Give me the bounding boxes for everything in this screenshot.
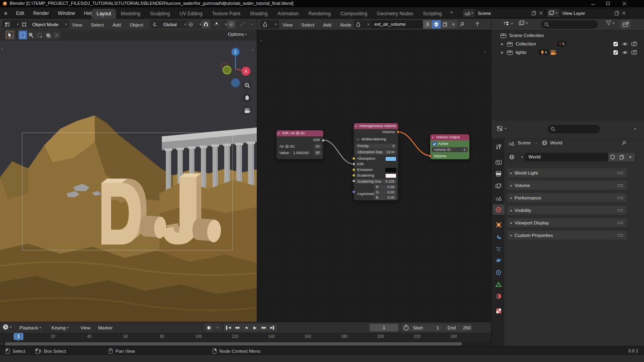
play-button[interactable]: ▶ bbox=[251, 324, 260, 331]
workspace-tab[interactable]: Layout bbox=[92, 9, 116, 19]
keying-menu[interactable]: Keying▾ bbox=[52, 324, 68, 331]
navigation-gizmo[interactable]: Z X bbox=[221, 45, 253, 81]
asymmetry-r-field[interactable]: R0.00 bbox=[374, 185, 396, 189]
world-copy-icon[interactable] bbox=[617, 153, 626, 161]
node-volume-header[interactable]: ▾Homogeneous Volume bbox=[354, 123, 398, 129]
menu-item[interactable]: e bbox=[0, 10, 12, 16]
breadcrumb-scene[interactable]: Scene bbox=[518, 140, 531, 145]
render-camera-icon[interactable] bbox=[631, 41, 637, 46]
checkbox-icon[interactable] bbox=[613, 50, 618, 55]
scene-collection-label[interactable]: Scene Collection bbox=[509, 33, 544, 38]
priority-field[interactable]: Priority 0 bbox=[355, 144, 396, 148]
end-value[interactable]: 250 bbox=[463, 325, 471, 330]
drag-grip-icon[interactable] bbox=[617, 184, 623, 187]
lights-label[interactable]: lights bbox=[516, 50, 526, 55]
scene-selector[interactable]: ▾ Scene × bbox=[462, 8, 545, 18]
fake-user-shield-icon[interactable] bbox=[432, 20, 441, 29]
node-homogeneous-volume[interactable]: ▾Homogeneous Volume Volume Multiscatteri… bbox=[354, 123, 398, 200]
select-extend-tool[interactable] bbox=[52, 31, 61, 39]
node-ior-header[interactable]: ▾IOR: Air @ 0C (1.000293) bbox=[277, 130, 323, 136]
editor-type-button[interactable]: ▾ bbox=[2, 20, 21, 29]
menu-item[interactable]: Render bbox=[29, 10, 53, 16]
tab-render[interactable] bbox=[493, 157, 504, 167]
world-fake-user-shield-icon[interactable] bbox=[608, 153, 617, 161]
tab-material[interactable] bbox=[493, 291, 504, 301]
workspace-tab[interactable]: Compositing bbox=[336, 9, 372, 19]
viewport-menu-item[interactable]: Add bbox=[108, 23, 125, 27]
gizmo-minus-z[interactable] bbox=[231, 78, 240, 87]
active-checkbox[interactable] bbox=[432, 142, 437, 146]
select-circle-tool[interactable] bbox=[35, 31, 44, 39]
world-unlink-icon[interactable]: × bbox=[626, 153, 635, 161]
prev-keyframe-button[interactable]: ◀◆ bbox=[233, 324, 242, 331]
pin-icon[interactable] bbox=[459, 22, 464, 27]
volume-name-field[interactable]: ext_air_volume bbox=[372, 20, 423, 29]
view-layer-name[interactable]: View Layer bbox=[559, 11, 613, 16]
playback-menu[interactable]: Playback▾ bbox=[19, 324, 41, 331]
new-collection-button[interactable] bbox=[620, 20, 631, 29]
viewport-menu-item[interactable]: View bbox=[68, 23, 87, 27]
menu-item[interactable]: Window bbox=[54, 10, 80, 16]
volume-ior-socket[interactable] bbox=[352, 162, 355, 166]
stopwatch-icon[interactable] bbox=[403, 325, 409, 331]
start-value[interactable]: 1 bbox=[436, 325, 439, 330]
zoom-icon[interactable] bbox=[242, 80, 252, 90]
scattering-scale-socket[interactable] bbox=[352, 179, 355, 183]
ior-preset-sort-button[interactable]: Az bbox=[314, 144, 321, 149]
workspace-tab[interactable]: Sculpting bbox=[145, 9, 175, 19]
gizmo-y-axis[interactable] bbox=[223, 66, 231, 74]
world-name-field[interactable]: World bbox=[525, 153, 608, 161]
tab-scene[interactable] bbox=[493, 193, 504, 203]
maximize-button[interactable] bbox=[602, 0, 614, 7]
tab-object[interactable] bbox=[493, 220, 504, 230]
pan-hand-icon[interactable] bbox=[242, 93, 252, 103]
parent-node-tree-icon[interactable] bbox=[475, 21, 480, 27]
volume-output-socket[interactable] bbox=[396, 130, 400, 134]
drag-grip-icon[interactable] bbox=[617, 196, 623, 199]
sidebar-collapse-arrow[interactable]: ‹ bbox=[252, 47, 254, 52]
proportional-editing-icon[interactable] bbox=[227, 20, 235, 29]
select-lasso-tool[interactable] bbox=[44, 31, 52, 39]
transform-orientation[interactable]: Global▾ bbox=[150, 20, 188, 29]
workspace-tab[interactable]: UV Editing bbox=[175, 9, 207, 19]
tab-world[interactable] bbox=[493, 204, 504, 215]
properties-options-arrow[interactable]: ▾ bbox=[634, 127, 636, 131]
snap-magnet-icon[interactable] bbox=[201, 20, 210, 29]
emission-socket[interactable] bbox=[352, 168, 355, 171]
timeline-marker-menu[interactable]: Marker bbox=[98, 324, 113, 331]
asymmetry-g-field[interactable]: G0.00 bbox=[374, 190, 396, 195]
timeline-expand-arrow[interactable]: › bbox=[1, 341, 2, 346]
disclosure-triangle-icon[interactable]: ▶ bbox=[501, 42, 504, 46]
property-panel[interactable]: ▸ Volume bbox=[507, 180, 627, 190]
prev-frame-button[interactable]: ◀ bbox=[242, 324, 251, 331]
volume-browse-button[interactable]: ▾ bbox=[354, 20, 372, 29]
drag-grip-icon[interactable] bbox=[617, 234, 623, 237]
property-panel[interactable]: ▸ Viewport Display bbox=[507, 218, 627, 228]
tab-object-data[interactable] bbox=[493, 279, 504, 290]
emission-color-swatch[interactable] bbox=[385, 168, 396, 173]
add-workspace-button[interactable]: + bbox=[450, 9, 453, 15]
outliner-filter-type-button[interactable]: ▾ bbox=[519, 21, 528, 26]
view-layer-selector[interactable]: ▾ View Layer × bbox=[547, 8, 628, 18]
multiscattering-checkbox[interactable] bbox=[356, 137, 360, 142]
property-panel[interactable]: ▸ Performance bbox=[507, 193, 627, 203]
asymmetry-b-field[interactable]: B0.00 bbox=[374, 195, 396, 200]
world-browse-button[interactable]: ▾ bbox=[507, 153, 525, 161]
drag-grip-icon[interactable] bbox=[617, 209, 623, 212]
select-box-tool[interactable] bbox=[19, 31, 27, 39]
new-view-layer-icon[interactable] bbox=[613, 9, 620, 17]
property-panel[interactable]: ▸ Custom Properties bbox=[507, 230, 627, 240]
tab-texture[interactable] bbox=[493, 306, 504, 316]
users-count-button[interactable]: 3 bbox=[423, 20, 432, 29]
checkbox-icon[interactable] bbox=[613, 41, 618, 47]
next-keyframe-button[interactable]: ◆▶ bbox=[260, 324, 268, 331]
scattering-scale-field[interactable]: Scattering Sca 0.100 bbox=[355, 179, 396, 184]
menu-item[interactable]: Edit bbox=[12, 10, 29, 16]
jump-to-start-button[interactable]: ▌◀ bbox=[224, 324, 233, 331]
close-button[interactable] bbox=[618, 0, 630, 7]
playhead-badge[interactable]: 1 bbox=[14, 333, 23, 340]
minimize-button[interactable] bbox=[587, 0, 599, 7]
multiscattering-row[interactable]: Multiscattering bbox=[354, 136, 398, 142]
properties-search[interactable] bbox=[548, 125, 600, 133]
outliner-display-mode-button[interactable]: ▾ bbox=[504, 21, 513, 26]
